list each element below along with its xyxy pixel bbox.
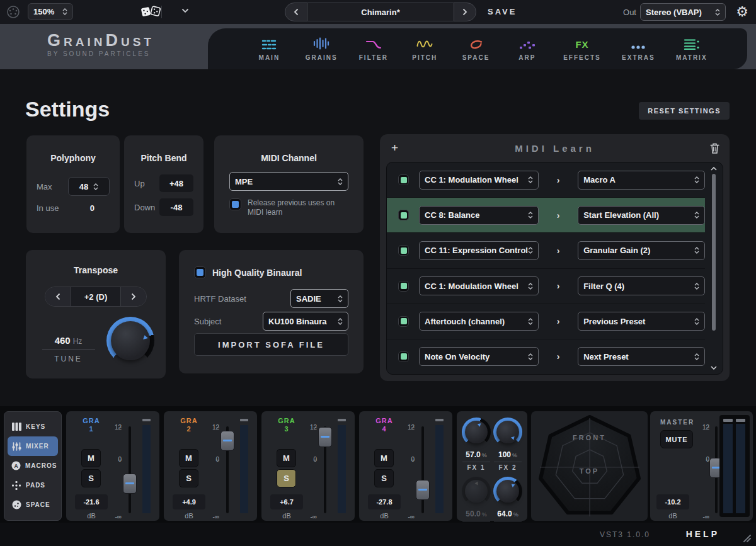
midi-source-select[interactable]: CC 11: Expression Control [419,241,539,260]
solo-button[interactable]: S [374,469,394,487]
solo-button[interactable]: S [179,469,198,487]
tab-main[interactable]: MAIN [254,37,284,61]
sidebar-item-macros[interactable]: A MACROS [8,456,58,475]
polyphony-max-stepper[interactable]: 48 [68,177,110,196]
tune-value[interactable]: 460Hz [45,335,92,346]
channel-fader[interactable] [416,426,430,513]
channel-db-value[interactable]: -27.8 [368,494,401,509]
midi-target-select[interactable]: Granular Gain (2) [578,241,705,260]
midi-learn-row-5[interactable]: Note On Velocity › Next Preset [387,339,705,374]
scroll-up-icon[interactable] [711,165,717,173]
midi-target-select[interactable]: Next Preset [578,347,705,366]
sidebar-item-pads[interactable]: PADS [8,475,58,495]
fx2-knob[interactable] [493,418,522,446]
midi-source-select[interactable]: Aftertouch (channel) [419,312,539,331]
import-sofa-file-button[interactable]: IMPORT SOFA FILE [194,333,348,356]
save-button[interactable]: SAVE [488,7,517,16]
midi-channel-select[interactable]: MPE [229,172,348,191]
mapping-enabled-checkbox[interactable] [398,245,409,256]
scrollbar-thumb[interactable] [712,174,716,331]
mapping-enabled-checkbox[interactable] [398,210,409,220]
scrollbar-track[interactable] [711,173,716,364]
preset-name[interactable]: Chimarin* [307,3,454,21]
pitch-bend-down-value[interactable]: -48 [159,198,193,216]
release-previous-checkbox[interactable] [229,198,241,210]
tab-arp[interactable]: ARP [512,37,542,61]
resize-handle-icon[interactable] [741,532,751,542]
mapping-enabled-checkbox[interactable] [398,351,409,362]
midi-target-select[interactable]: Macro A [578,171,705,190]
transpose-down-button[interactable] [45,287,71,306]
midi-learn-row-0[interactable]: CC 1: Modulation Wheel › Macro A [387,162,705,198]
fx4-knob[interactable] [493,477,522,506]
tab-space[interactable]: SPACE [461,37,491,61]
midi-target-select[interactable]: Start Elevation (All) [578,206,705,225]
midi-source-select[interactable]: CC 1: Modulation Wheel [419,276,539,295]
reset-settings-button[interactable]: RESET SETTINGS [639,102,730,120]
mute-button[interactable]: M [81,449,101,467]
fader-handle[interactable] [123,474,137,494]
tab-filter[interactable]: FILTER [358,37,389,61]
midi-source-select[interactable]: CC 1: Modulation Wheel [419,171,539,190]
stepper-arrows-icon[interactable] [62,8,67,15]
channel-db-value[interactable]: +4.9 [173,494,205,509]
master-mute-button[interactable]: MUTE [660,430,693,448]
stepper-arrows-icon[interactable] [93,183,98,190]
space-visualizer[interactable]: FRONT TOP [531,411,648,521]
previous-preset-button[interactable] [285,3,307,21]
randomize-dice-icon[interactable] [140,4,161,20]
channel-db-value[interactable]: +6.7 [270,494,303,509]
mapping-enabled-checkbox[interactable] [398,281,409,292]
sidebar-item-mixer[interactable]: MIXER [8,436,58,456]
midi-source-select[interactable]: CC 8: Balance [419,206,539,225]
channel-db-value[interactable]: -21.6 [75,494,108,509]
fader-handle[interactable] [318,427,332,447]
fader-handle[interactable] [220,431,234,451]
tab-matrix[interactable]: MATRIX [676,37,707,61]
add-mapping-icon[interactable]: + [391,142,398,154]
midi-learn-row-4[interactable]: Aftertouch (channel) › Previous Preset [387,304,705,339]
mute-button[interactable]: M [277,449,296,467]
pitch-bend-up-value[interactable]: +48 [159,174,193,192]
high-quality-binaural-checkbox[interactable] [194,266,206,278]
chevron-down-icon[interactable] [181,8,189,13]
mapping-enabled-checkbox[interactable] [398,174,409,185]
zoom-select[interactable]: 150% [28,3,73,20]
channel-fader[interactable] [123,426,137,513]
fader-handle[interactable] [416,480,430,500]
settings-gear-icon[interactable]: ⚙ [736,3,748,21]
master-fader-scale: 12– 0– -∞ [690,424,709,513]
channel-fader[interactable] [220,426,234,513]
transpose-up-button[interactable] [121,287,146,306]
fx1-knob[interactable] [462,418,491,446]
midi-learn-row-2[interactable]: CC 11: Expression Control › Granular Gai… [387,233,705,268]
sidebar-item-keys[interactable]: KEYS [8,417,58,436]
tune-knob[interactable] [106,317,154,365]
output-format-select[interactable]: Stereo (VBAP) [640,3,726,21]
midi-target-select[interactable]: Previous Preset [578,312,705,331]
help-button[interactable]: HELP [686,529,719,539]
trash-icon[interactable] [710,143,719,154]
channel-fader[interactable] [318,426,332,513]
midi-source-select[interactable]: Note On Velocity [419,347,539,366]
midi-learn-row-3[interactable]: CC 1: Modulation Wheel › Filter Q (4) [387,269,705,304]
mapping-enabled-checkbox[interactable] [398,316,409,327]
sidebar-item-space[interactable]: SPACE [8,495,58,515]
next-preset-button[interactable] [454,3,476,21]
hrtf-dataset-select[interactable]: SADIE [290,289,348,308]
subject-select[interactable]: KU100 Binaura [263,312,348,331]
midi-learn-scrollbar[interactable] [707,165,720,372]
fx3-knob[interactable] [462,477,491,506]
solo-button[interactable]: S [81,469,101,487]
midi-learn-row-1[interactable]: CC 8: Balance › Start Elevation (All) [387,198,705,233]
mute-button[interactable]: M [374,449,394,467]
tab-grains[interactable]: GRAINS [306,37,338,61]
tab-extras[interactable]: EXTRAS [622,37,655,61]
mute-button[interactable]: M [179,449,198,467]
midi-target-select[interactable]: Filter Q (4) [578,276,705,295]
tab-pitch[interactable]: PITCH [410,37,440,61]
tab-effects[interactable]: FX EFFECTS [563,37,601,61]
master-db-value[interactable]: -10.2 [656,494,689,509]
scroll-down-icon[interactable] [711,364,717,372]
solo-button[interactable]: S [277,469,296,487]
